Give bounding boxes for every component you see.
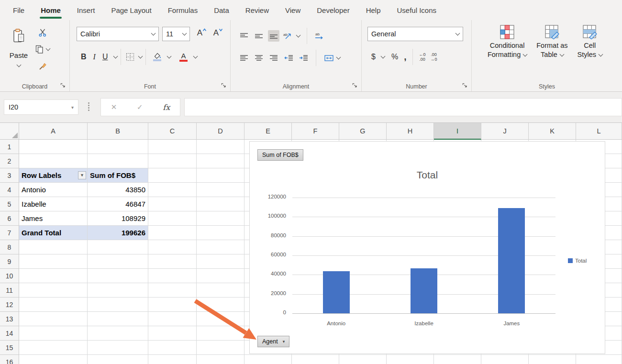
cell-A11[interactable] — [19, 283, 88, 298]
cell-K16[interactable] — [529, 355, 576, 364]
cell-C8[interactable] — [148, 240, 197, 254]
cell-B4[interactable]: 43850 — [88, 183, 148, 197]
cell-D9[interactable] — [197, 254, 244, 269]
column-header-D[interactable]: D — [197, 123, 244, 140]
row-header-8[interactable]: 8 — [0, 240, 19, 254]
increase-indent-button[interactable] — [298, 52, 309, 64]
cell-D4[interactable] — [197, 183, 244, 197]
align-right-button[interactable] — [268, 52, 279, 64]
row-header-10[interactable]: 10 — [0, 269, 19, 283]
accounting-format-button[interactable]: $ — [368, 53, 378, 61]
percent-style-button[interactable]: % — [389, 53, 401, 61]
cell-D6[interactable] — [197, 211, 244, 226]
cell-B2[interactable] — [88, 154, 148, 168]
dialog-launcher-icon[interactable] — [221, 82, 227, 88]
wrap-text-button[interactable]: ab — [314, 30, 325, 42]
row-header-11[interactable]: 11 — [0, 283, 19, 298]
cell-D3[interactable] — [197, 168, 244, 183]
cell-B3[interactable]: Sum of FOB$ — [88, 168, 148, 183]
fill-color-button[interactable] — [149, 51, 165, 63]
cell-A3[interactable]: Row Labels▾ — [19, 168, 88, 183]
formula-input[interactable] — [184, 98, 622, 116]
cell-B1[interactable] — [88, 140, 148, 154]
cell-B15[interactable] — [88, 341, 148, 355]
column-header-G[interactable]: G — [339, 123, 387, 140]
pivot-chart[interactable]: Sum of FOB$ Total Total Agent ▾ 02000040… — [249, 141, 605, 354]
ribbon-tab-data[interactable]: Data — [206, 0, 237, 20]
cell-C5[interactable] — [148, 197, 197, 211]
conditional-formatting-button[interactable]: Conditional Formatting — [484, 24, 531, 60]
cell-A8[interactable] — [19, 240, 88, 254]
ribbon-tab-useful-icons[interactable]: Useful Icons — [389, 0, 445, 20]
cell-B13[interactable] — [88, 312, 148, 326]
decrease-decimal-button[interactable]: .00 →0 — [428, 52, 439, 62]
cell-A16[interactable] — [19, 355, 88, 364]
cell-B14[interactable] — [88, 326, 148, 341]
select-all-button[interactable] — [0, 123, 19, 140]
align-middle-button[interactable] — [253, 30, 265, 42]
orientation-button[interactable]: ab — [283, 30, 294, 42]
cell-C4[interactable] — [148, 183, 197, 197]
underline-button[interactable]: U — [99, 51, 111, 63]
cell-D1[interactable] — [197, 140, 244, 154]
chart-title[interactable]: Total — [250, 169, 605, 181]
cell-D10[interactable] — [197, 269, 244, 283]
ribbon-tab-file[interactable]: File — [5, 0, 33, 20]
ribbon-tab-view[interactable]: View — [277, 0, 309, 20]
cell-A15[interactable] — [19, 341, 88, 355]
increase-decimal-button[interactable]: ←0 .00 — [416, 52, 428, 62]
align-center-button[interactable] — [253, 52, 265, 64]
formula-bar-resize-handle[interactable] — [88, 102, 89, 111]
cell-D2[interactable] — [197, 154, 244, 168]
row-header-13[interactable]: 13 — [0, 312, 19, 326]
ribbon-tab-help[interactable]: Help — [358, 0, 389, 20]
borders-button[interactable] — [124, 51, 136, 63]
bar-antonio[interactable] — [323, 271, 350, 313]
cell-H16[interactable] — [387, 355, 434, 364]
row-header-9[interactable]: 9 — [0, 254, 19, 269]
column-header-L[interactable]: L — [576, 123, 622, 140]
column-header-C[interactable]: C — [148, 123, 197, 140]
comma-style-button[interactable]: , — [401, 52, 409, 62]
cell-B6[interactable]: 108929 — [88, 211, 148, 226]
cell-A14[interactable] — [19, 326, 88, 341]
cell-B9[interactable] — [88, 254, 148, 269]
cell-C16[interactable] — [148, 355, 197, 364]
dialog-launcher-icon[interactable] — [352, 82, 358, 88]
cell-A6[interactable]: James — [19, 211, 88, 226]
ribbon-tab-review[interactable]: Review — [237, 0, 277, 20]
cell-C9[interactable] — [148, 254, 197, 269]
format-painter-button[interactable] — [35, 60, 50, 72]
column-header-J[interactable]: J — [481, 123, 529, 140]
merge-center-button[interactable] — [323, 52, 334, 64]
cell-C6[interactable] — [148, 211, 197, 226]
row-header-5[interactable]: 5 — [0, 197, 19, 211]
row-header-15[interactable]: 15 — [0, 341, 19, 355]
cell-B7[interactable]: 199626 — [88, 226, 148, 240]
cell-J16[interactable] — [481, 355, 529, 364]
ribbon-tab-formulas[interactable]: Formulas — [160, 0, 206, 20]
cell-D7[interactable] — [197, 226, 244, 240]
row-header-2[interactable]: 2 — [0, 154, 19, 168]
cancel-button[interactable]: ✕ — [111, 103, 117, 111]
ribbon-tab-insert[interactable]: Insert — [69, 0, 103, 20]
cell-A4[interactable]: Antonio — [19, 183, 88, 197]
cell-C1[interactable] — [148, 140, 197, 154]
cell-I16[interactable] — [434, 355, 481, 364]
cell-A5[interactable]: Izabelle — [19, 197, 88, 211]
column-header-F[interactable]: F — [292, 123, 339, 140]
column-header-K[interactable]: K — [529, 123, 576, 140]
row-header-1[interactable]: 1 — [0, 140, 19, 154]
font-size-select[interactable]: 11 — [162, 27, 190, 41]
row-header-4[interactable]: 4 — [0, 183, 19, 197]
column-header-B[interactable]: B — [88, 123, 148, 140]
insert-function-button[interactable]: fx — [163, 103, 170, 112]
bar-izabelle[interactable] — [411, 268, 437, 313]
italic-button[interactable]: I — [90, 51, 99, 63]
row-header-3[interactable]: 3 — [0, 168, 19, 183]
format-as-table-button[interactable]: Format as Table — [533, 24, 571, 60]
cell-D8[interactable] — [197, 240, 244, 254]
cell-B11[interactable] — [88, 283, 148, 298]
cell-C7[interactable] — [148, 226, 197, 240]
cell-E16[interactable] — [244, 355, 292, 364]
